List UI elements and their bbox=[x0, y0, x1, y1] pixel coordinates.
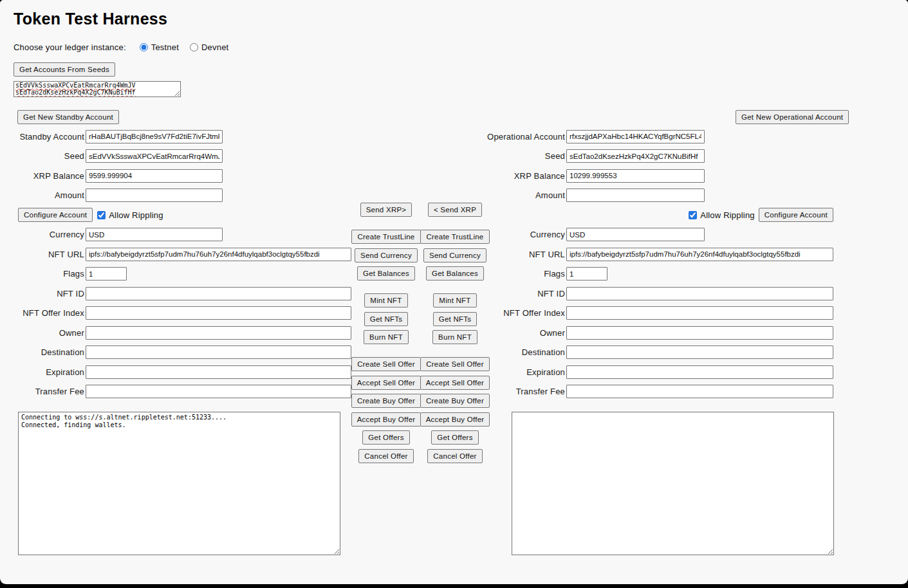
standby-amount-label: Amount bbox=[0, 190, 84, 200]
operational-amount-label: Amount bbox=[481, 190, 565, 200]
ledger-testnet-label: Testnet bbox=[151, 42, 179, 52]
operational-create-sell-offer-button[interactable]: Create Sell Offer bbox=[420, 357, 490, 371]
operational-owner-input[interactable] bbox=[566, 326, 833, 340]
operational-seed-input[interactable] bbox=[566, 149, 705, 163]
operational-xrp-balance-input[interactable] bbox=[566, 169, 705, 183]
standby-accept-sell-offer-button[interactable]: Accept Sell Offer bbox=[351, 376, 421, 390]
get-new-standby-account-button[interactable]: Get New Standby Account bbox=[17, 110, 119, 124]
standby-create-sell-offer-button[interactable]: Create Sell Offer bbox=[351, 357, 421, 371]
configure-standby-account-button[interactable]: Configure Account bbox=[18, 208, 93, 222]
ledger-testnet-radio[interactable] bbox=[140, 43, 148, 51]
standby-nft-offer-index-input[interactable] bbox=[86, 306, 351, 320]
standby-transfer-fee-input[interactable] bbox=[86, 385, 351, 398]
standby-account-row: Standby Account bbox=[0, 127, 351, 147]
standby-get-balances-button[interactable]: Get Balances bbox=[357, 266, 415, 280]
standby-xrp-balance-label: XRP Balance bbox=[0, 171, 84, 181]
operational-nft-id-input[interactable] bbox=[566, 287, 833, 300]
standby-create-buy-offer-button[interactable]: Create Buy Offer bbox=[351, 394, 421, 408]
standby-nft-url-row: NFT URL bbox=[0, 244, 351, 264]
standby-seed-input[interactable] bbox=[86, 149, 223, 163]
operational-get-offers-button[interactable]: Get Offers bbox=[431, 430, 478, 445]
standby-destination-label: Destination bbox=[0, 347, 84, 357]
operational-nft-offer-index-input[interactable] bbox=[566, 306, 833, 320]
ledger-instance-chooser: Choose your ledger instance: Testnet Dev… bbox=[14, 41, 228, 53]
operational-owner-row: Owner bbox=[481, 323, 833, 343]
standby-create-trustline-button[interactable]: Create TrustLine bbox=[351, 230, 420, 244]
operational-send-currency-button[interactable]: Send Currency bbox=[423, 248, 486, 262]
standby-seed-row: Seed bbox=[0, 147, 351, 167]
operational-create-buy-offer-button[interactable]: Create Buy Offer bbox=[420, 394, 490, 408]
operational-mint-nft-button[interactable]: Mint NFT bbox=[433, 293, 476, 308]
operational-results-textarea[interactable] bbox=[512, 412, 834, 555]
operational-nft-url-row: NFT URL bbox=[481, 244, 833, 264]
seed-line-2: sEdTao2dKsezHzkPq4X2gC7KNuBifHf bbox=[15, 89, 136, 96]
standby-allow-rippling-checkbox[interactable] bbox=[97, 211, 106, 219]
configure-operational-account-button[interactable]: Configure Account bbox=[759, 208, 833, 222]
standby-expiration-label: Expiration bbox=[0, 367, 84, 377]
token-test-harness-page: Token Test Harness Choose your ledger in… bbox=[0, 0, 908, 584]
standby-get-nfts-button[interactable]: Get NFTs bbox=[364, 312, 409, 326]
standby-nft-url-label: NFT URL bbox=[0, 250, 84, 259]
operational-account-input[interactable] bbox=[566, 130, 705, 143]
operational-amount-row: Amount bbox=[481, 186, 833, 206]
standby-send-currency-button[interactable]: Send Currency bbox=[355, 248, 418, 262]
standby-xrp-balance-input[interactable] bbox=[86, 169, 223, 183]
operational-destination-input[interactable] bbox=[566, 345, 833, 359]
standby-transfer-fee-row: Transfer Fee bbox=[0, 382, 351, 402]
standby-configure-row: Configure Account Allow Rippling bbox=[0, 205, 351, 225]
ledger-devnet-label: Devnet bbox=[201, 42, 228, 52]
ledger-devnet-radio[interactable] bbox=[190, 43, 198, 51]
operational-currency-input[interactable] bbox=[566, 228, 705, 241]
operational-nft-id-row: NFT ID bbox=[481, 284, 833, 304]
operational-send-xrp-button[interactable]: < Send XRP bbox=[428, 203, 482, 217]
seed-line-1: sEdVVkSsswaXPCvEatRmcarRrq4WmJV bbox=[15, 82, 136, 89]
operational-expiration-input[interactable] bbox=[566, 365, 833, 379]
standby-accept-buy-offer-button[interactable]: Accept Buy Offer bbox=[351, 412, 422, 427]
operational-get-nfts-button[interactable]: Get NFTs bbox=[433, 312, 477, 326]
standby-expiration-row: Expiration bbox=[0, 362, 351, 382]
operational-flags-input[interactable] bbox=[566, 267, 607, 280]
account-seeds-textarea[interactable]: sEdVVkSsswaXPCvEatRmcarRrq4WmJV sEdTao2d… bbox=[14, 81, 181, 97]
operational-nft-id-label: NFT ID bbox=[481, 289, 565, 299]
operational-account-label: Operational Account bbox=[481, 132, 565, 142]
operational-burn-nft-button[interactable]: Burn NFT bbox=[432, 330, 477, 344]
operational-transfer-fee-row: Transfer Fee bbox=[481, 382, 833, 402]
operational-amount-input[interactable] bbox=[566, 188, 705, 202]
standby-burn-nft-button[interactable]: Burn NFT bbox=[364, 330, 409, 344]
standby-account-label: Standby Account bbox=[0, 132, 84, 142]
standby-flags-input[interactable] bbox=[86, 267, 127, 280]
standby-destination-input[interactable] bbox=[86, 345, 351, 359]
standby-mint-nft-button[interactable]: Mint NFT bbox=[364, 293, 407, 308]
operational-transfer-fee-input[interactable] bbox=[566, 385, 833, 398]
standby-currency-input[interactable] bbox=[86, 228, 223, 241]
standby-owner-input[interactable] bbox=[86, 326, 351, 340]
standby-results-textarea[interactable]: Connecting to wss://s.altnet.rippletest.… bbox=[18, 412, 340, 555]
standby-owner-row: Owner bbox=[0, 323, 351, 343]
operational-flags-row: Flags bbox=[481, 264, 833, 284]
operational-allow-rippling-checkbox[interactable] bbox=[689, 211, 697, 219]
standby-expiration-input[interactable] bbox=[86, 365, 351, 379]
standby-nft-url-input[interactable] bbox=[86, 248, 351, 261]
operational-accept-buy-offer-button[interactable]: Accept Buy Offer bbox=[420, 412, 490, 427]
standby-transfer-fee-label: Transfer Fee bbox=[0, 387, 84, 396]
standby-flags-row: Flags bbox=[0, 264, 351, 284]
standby-account-input[interactable] bbox=[86, 130, 223, 143]
standby-amount-input[interactable] bbox=[86, 188, 223, 202]
operational-cancel-offer-button[interactable]: Cancel Offer bbox=[427, 449, 482, 463]
standby-get-offers-button[interactable]: Get Offers bbox=[362, 430, 409, 445]
operational-xrp-balance-row: XRP Balance bbox=[481, 166, 833, 186]
standby-nft-id-input[interactable] bbox=[86, 287, 351, 300]
standby-send-xrp-button[interactable]: Send XRP> bbox=[360, 203, 412, 217]
standby-nft-offer-index-row: NFT Offer Index bbox=[0, 304, 351, 324]
operational-accept-sell-offer-button[interactable]: Accept Sell Offer bbox=[420, 376, 490, 390]
operational-create-trustline-button[interactable]: Create TrustLine bbox=[420, 230, 489, 244]
get-new-operational-account-button[interactable]: Get New Operational Account bbox=[736, 110, 849, 124]
standby-cancel-offer-button[interactable]: Cancel Offer bbox=[358, 449, 413, 463]
get-accounts-from-seeds-button[interactable]: Get Accounts From Seeds bbox=[14, 62, 115, 77]
operational-nft-offer-index-row: NFT Offer Index bbox=[481, 304, 833, 324]
operational-nft-url-input[interactable] bbox=[566, 248, 833, 261]
operational-destination-label: Destination bbox=[481, 347, 565, 357]
operational-get-balances-button[interactable]: Get Balances bbox=[426, 266, 484, 280]
standby-currency-label: Currency bbox=[0, 230, 84, 239]
standby-owner-label: Owner bbox=[0, 328, 84, 338]
